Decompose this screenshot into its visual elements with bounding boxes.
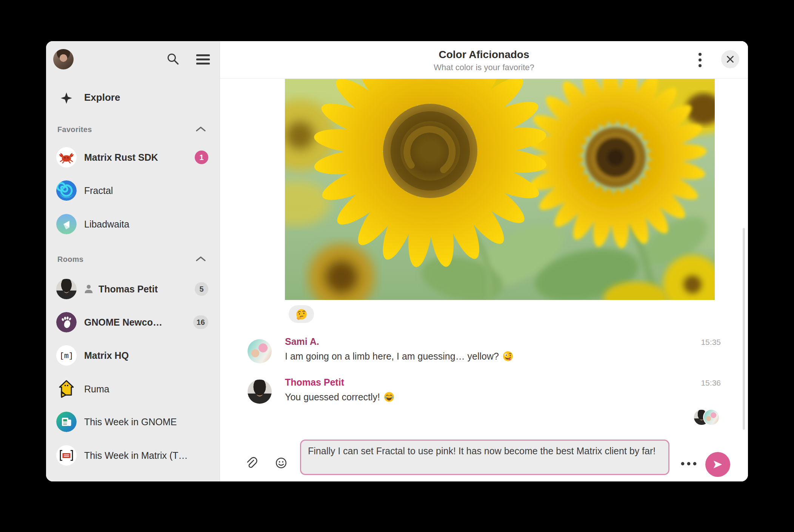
sidebar-item-fractal[interactable]: Fractal	[46, 177, 220, 204]
unread-badge: 16	[193, 315, 208, 329]
fractal-spiral-icon	[56, 180, 77, 201]
room-name: Matrix Rust SDK	[84, 152, 158, 163]
close-button[interactable]	[721, 50, 739, 68]
thomas-avatar	[248, 380, 272, 404]
paperclip-icon	[245, 457, 257, 469]
room-name: Libadwaita	[84, 219, 129, 230]
more-options-button[interactable]	[679, 456, 699, 471]
newspaper-icon	[56, 412, 77, 432]
hamburger-menu-icon	[196, 54, 210, 65]
sidebar-item-libadwaita[interactable]: Libadwaita	[46, 211, 220, 238]
message-input[interactable]: Finally I can set Fractal to use pink! I…	[300, 440, 669, 475]
sunflower-photo[interactable]	[285, 79, 715, 300]
message-body: You guessed correctly!	[285, 391, 395, 403]
message-sender: Sami A.	[285, 336, 319, 347]
message-text: I am going on a limb here, I am guessing…	[285, 351, 499, 362]
explore-icon	[60, 92, 73, 105]
ruma-house-icon	[56, 379, 77, 399]
person-icon	[83, 283, 95, 295]
send-icon	[712, 459, 723, 470]
room-name: This Week in Matrix (T…	[84, 450, 188, 461]
sidebar-item-gnome-newcomers[interactable]: GNOME Newco… 16	[46, 309, 220, 336]
room-name: This Week in GNOME	[84, 417, 177, 427]
sami-avatar	[248, 339, 272, 363]
close-icon	[726, 55, 734, 63]
ellipsis-icon	[680, 462, 697, 466]
user-avatar[interactable]	[53, 49, 74, 69]
thomas-avatar	[56, 279, 77, 299]
room-name: GNOME Newco…	[84, 317, 162, 328]
sidebar-item-matrix-rust-sdk[interactable]: Matrix Rust SDK 1	[46, 144, 220, 171]
favorites-collapse-chevron-icon[interactable]	[195, 126, 206, 132]
search-button[interactable]	[166, 52, 181, 67]
room-name: Matrix HQ	[84, 350, 129, 361]
send-button[interactable]	[705, 452, 730, 477]
search-icon	[166, 52, 180, 66]
message-sender: Thomas Petit	[285, 377, 344, 388]
sidebar-item-matrix-hq[interactable]: [m] Matrix HQ	[46, 342, 220, 369]
sidebar-item-thomas-petit[interactable]: Thomas Petit 5	[46, 275, 220, 303]
sidebar-item-explore[interactable]: Explore	[46, 86, 220, 111]
room-header: Color Aficionados What color is your fav…	[220, 41, 748, 78]
zany-face-emoji	[502, 351, 514, 362]
smiley-icon	[275, 457, 288, 469]
thinking-face-emoji	[295, 308, 308, 320]
message-body: I am going on a limb here, I am guessing…	[285, 351, 514, 362]
libadwaita-triangles-icon	[56, 214, 77, 234]
favorites-section-header: Favorites	[57, 125, 92, 134]
room-name: Ruma	[84, 384, 109, 395]
explore-label: Explore	[84, 92, 120, 103]
read-receipt-sami	[703, 409, 720, 426]
timeline-scrollbar[interactable]	[743, 228, 745, 430]
unread-badge: 1	[195, 151, 208, 164]
rooms-collapse-chevron-icon[interactable]	[195, 256, 206, 262]
main-menu-button[interactable]	[195, 52, 211, 67]
sidebar: Explore Favorites Matrix Rust SDK 1	[46, 41, 220, 481]
message-timestamp: 15:36	[701, 378, 721, 387]
sidebar-item-this-week-in-gnome[interactable]: This Week in GNOME	[46, 408, 220, 435]
twim-logo-icon	[56, 445, 77, 466]
unread-badge: 5	[195, 282, 208, 296]
joy-face-emoji	[383, 391, 395, 403]
room-menu-button[interactable]	[692, 52, 708, 68]
fractal-window: Explore Favorites Matrix Rust SDK 1	[46, 41, 748, 481]
room-title: Color Aficionados	[220, 49, 748, 61]
message-timestamp: 15:35	[701, 338, 721, 347]
kebab-menu-icon	[698, 52, 702, 68]
matrix-logo-text: [m]	[60, 352, 73, 360]
message-text: You guessed correctly!	[285, 392, 380, 403]
sidebar-item-ruma[interactable]: Ruma	[46, 375, 220, 403]
gnome-foot-icon	[56, 312, 77, 332]
rust-crab-icon	[56, 147, 77, 168]
room-name: Thomas Petit	[98, 284, 158, 295]
emoji-picker-button[interactable]	[273, 455, 289, 471]
reaction-pill[interactable]	[289, 305, 314, 323]
room-name: Fractal	[84, 185, 113, 196]
room-topic: What color is your favorite?	[220, 63, 748, 72]
attach-file-button[interactable]	[243, 455, 259, 471]
matrix-logo-icon: [m]	[56, 345, 77, 366]
rooms-section-header: Rooms	[57, 255, 83, 264]
sidebar-item-this-week-in-matrix[interactable]: This Week in Matrix (T…	[46, 442, 220, 469]
room-view: Color Aficionados What color is your fav…	[220, 41, 748, 481]
